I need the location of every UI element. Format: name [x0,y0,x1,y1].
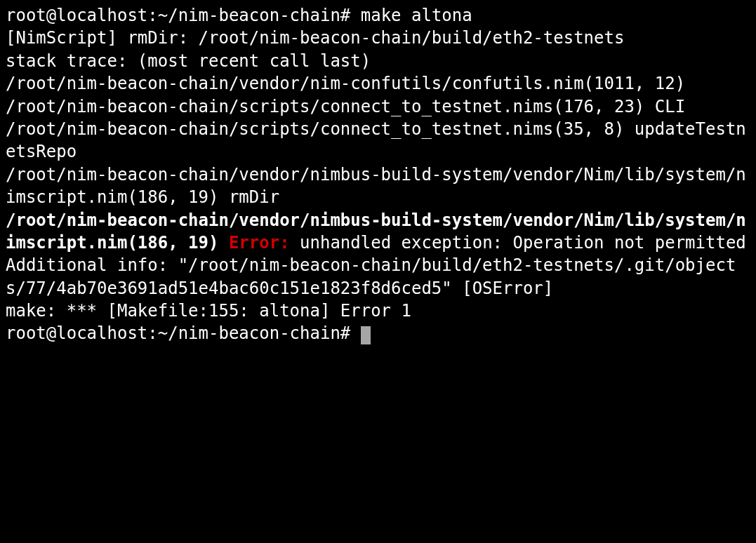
prompt-user-host-2: root@localhost [6,323,147,343]
prompt-cwd: ~/nim-beacon-chain [158,6,340,25]
cursor [361,326,371,344]
command-text: make altona [361,6,472,25]
output-line-connect2: /root/nim-beacon-chain/scripts/connect_t… [6,118,750,163]
output-line-additional-info: Additional info: "/root/nim-beacon-chain… [6,254,750,300]
output-line-error: /root/nim-beacon-chain/vendor/nimbus-bui… [6,209,750,255]
prompt-line-1: root@localhost:~/nim-beacon-chain# make … [6,4,750,27]
prompt-cwd-2: ~/nim-beacon-chain [158,323,340,343]
output-line-nimscript-rmdir: [NimScript] rmDir: /root/nim-beacon-chai… [6,27,750,49]
prompt-symbol: # [340,6,350,25]
output-line-confutils: /root/nim-beacon-chain/vendor/nim-confut… [6,72,750,95]
output-line-stack-trace: stack trace: (most recent call last) [6,50,750,72]
error-tail: unhandled exception: Operation not permi… [290,233,746,253]
prompt-line-2: root@localhost:~/nim-beacon-chain# [6,322,750,344]
output-line-connect1: /root/nim-beacon-chain/scripts/connect_t… [6,95,750,118]
terminal[interactable]: root@localhost:~/nim-beacon-chain# make … [0,0,756,351]
prompt-sep-2: : [147,323,157,343]
output-line-make-error: make: *** [Makefile:155: altona] Error 1 [6,300,750,322]
prompt-symbol-2: # [340,323,350,343]
output-line-nimscript1: /root/nim-beacon-chain/vendor/nimbus-bui… [6,163,750,209]
prompt-user-host: root@localhost [6,6,147,25]
prompt-sep: : [147,6,157,25]
error-label: Error: [229,233,290,253]
